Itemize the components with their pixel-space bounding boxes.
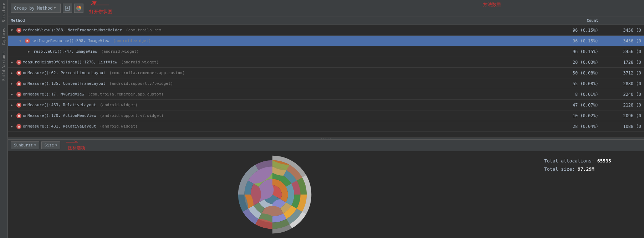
- expand-icon: ▼: [11, 28, 15, 32]
- left-tabs-panel: Structure Captures Build Variants: [0, 0, 8, 238]
- method-icon: m: [16, 28, 21, 33]
- table-area: Method Count ▼ m refreshView():288, Note…: [8, 16, 644, 138]
- cell-method: ▼ m refreshView():288, NoteFragment$Note…: [8, 28, 523, 33]
- method-icon: m: [16, 81, 21, 86]
- table-row[interactable]: ▶ m onMeasure():135, ContentFrameLayout …: [8, 78, 644, 89]
- expand-icon: ▶: [11, 103, 15, 107]
- cell-method: ▶ m onMeasure():62, PercentLinearLayout …: [8, 71, 523, 76]
- table-row[interactable]: ▼ m refreshView():288, NoteFragment$Note…: [8, 25, 644, 36]
- method-count-annotation: 方法数量: [483, 1, 501, 8]
- bottom-content: Total allocations: 65535 Total size: 97.…: [8, 151, 644, 238]
- cell-extra: 3456 (0: [601, 28, 644, 33]
- total-size-label: Total size:: [544, 166, 575, 172]
- table-row[interactable]: ▶ m onMeasure():170, ActionMenuView (and…: [8, 110, 644, 121]
- expand-icon: ▶: [28, 50, 32, 53]
- bottom-area: Sunburst ▼ Size ▼ 图标选项: [8, 140, 644, 238]
- cell-count: 96 (0.15%): [523, 28, 601, 33]
- stats-area: Total allocations: 65535 Total size: 97.…: [537, 151, 644, 238]
- cell-extra: 1088 (0: [601, 124, 644, 129]
- table-row[interactable]: ▶ m onMeasure():463, RelativeLayout (and…: [8, 100, 644, 110]
- main-content: Group by Method ▼: [8, 0, 644, 238]
- group-by-dropdown[interactable]: Group by Method ▼: [11, 4, 61, 13]
- cell-extra: 3456 (0: [601, 49, 644, 54]
- expand-icon: ▶: [11, 82, 15, 86]
- chevron-down-icon: ▼: [34, 144, 36, 147]
- cell-method: ▶ m onMeasure():170, ActionMenuView (and…: [8, 113, 523, 118]
- sunburst-chart: [215, 151, 329, 238]
- cell-count: 10 (0.02%): [523, 113, 601, 118]
- expand-icon: ▶: [11, 114, 15, 118]
- cell-count: 50 (0.08%): [523, 71, 601, 76]
- table-row[interactable]: ▶ m onMeasure():481, RelativeLayout (and…: [8, 121, 644, 132]
- split-container: Method Count ▼ m refreshView():288, Note…: [8, 16, 644, 238]
- cell-count: 8 (0.01%): [523, 92, 601, 97]
- bottom-toolbar: Sunburst ▼ Size ▼ 图标选项: [8, 140, 644, 151]
- cell-method: ▼ m setImageResource():398, ImageView (a…: [8, 38, 523, 43]
- total-allocations-line: Total allocations: 65535: [544, 158, 637, 164]
- cell-extra: 2096 (0: [601, 113, 644, 118]
- chevron-down-icon: ▼: [55, 144, 57, 147]
- sidebar-item-structure[interactable]: Structure: [1, 0, 7, 25]
- table-row[interactable]: ▼ m setImageResource():398, ImageView (a…: [8, 36, 644, 46]
- cell-count: 96 (0.15%): [523, 38, 601, 43]
- chart-annotation: 图标选项: [65, 140, 85, 151]
- cell-method: ▶ m onMeasure():463, RelativeLayout (and…: [8, 103, 523, 108]
- sidebar-item-captures[interactable]: Captures: [1, 25, 7, 48]
- table-row[interactable]: ▶ m onMeasure():62, PercentLinearLayout …: [8, 68, 644, 78]
- export-icon-button[interactable]: [63, 4, 72, 13]
- size-dropdown[interactable]: Size ▼: [41, 141, 60, 149]
- cell-extra: 2880 (0: [601, 81, 644, 86]
- total-allocations-value: 65535: [597, 158, 611, 164]
- cell-extra: 2240 (0: [601, 92, 644, 97]
- method-icon: m: [16, 103, 21, 108]
- table-body: ▼ m refreshView():288, NoteFragment$Note…: [8, 25, 644, 138]
- method-icon: m: [16, 71, 21, 76]
- cell-method: ▶ m onMeasure():481, RelativeLayout (and…: [8, 124, 523, 129]
- total-size-line: Total size: 97.29M: [544, 166, 637, 172]
- total-allocations-label: Total allocations:: [544, 158, 594, 164]
- total-size-value: 97.29M: [578, 166, 594, 172]
- chart-annotation-label: 图标选项: [68, 145, 85, 151]
- cell-count: 20 (0.03%): [523, 60, 601, 65]
- open-pie-label: 打开饼状图: [89, 9, 112, 15]
- cell-count: 96 (0.15%): [523, 49, 601, 54]
- table-row[interactable]: ▶ resolveUri():747, ImageView (android.w…: [8, 46, 644, 57]
- method-icon: m: [16, 60, 21, 65]
- chart-type-dropdown[interactable]: Sunburst ▼: [11, 141, 39, 149]
- table-row[interactable]: ▶ m measureHeightOfChildren():1276, List…: [8, 57, 644, 68]
- chevron-down-icon: ▼: [54, 6, 56, 10]
- cell-method: ▶ m onMeasure():135, ContentFrameLayout …: [8, 81, 523, 86]
- table-header: Method Count: [8, 16, 644, 25]
- expand-icon: ▶: [11, 92, 15, 96]
- toolbar: Group by Method ▼: [8, 0, 644, 16]
- cell-count: 47 (0.07%): [523, 103, 601, 108]
- cell-extra: 3712 (0: [601, 71, 644, 76]
- expand-icon: ▶: [11, 71, 15, 75]
- group-by-label: Group by Method: [14, 6, 52, 11]
- cell-extra: 3456 (0: [601, 38, 644, 43]
- method-icon: m: [25, 38, 30, 43]
- cell-method: ▶ m measureHeightOfChildren():1276, List…: [8, 60, 523, 65]
- col-method-header: Method: [8, 18, 523, 23]
- sidebar-item-build-variants[interactable]: Build Variants: [1, 48, 7, 83]
- method-icon: m: [16, 124, 21, 129]
- chart-type-label: Sunburst: [14, 143, 33, 148]
- open-pie-annotation: 打开饼状图: [89, 1, 112, 15]
- cell-method: ▶ resolveUri():747, ImageView (android.w…: [8, 49, 523, 54]
- expand-icon: ▶: [11, 124, 15, 128]
- col-count-header: Count: [523, 18, 601, 23]
- cell-method: ▶ m onMeasure():17, MyGridView (com.troi…: [8, 92, 523, 97]
- method-icon: m: [16, 92, 21, 97]
- expand-icon: ▼: [19, 39, 24, 43]
- method-icon: m: [16, 113, 21, 118]
- cell-extra: 1728 (0: [601, 60, 644, 65]
- cell-extra: 2128 (0: [601, 103, 644, 108]
- cell-count: 28 (0.04%): [523, 124, 601, 129]
- table-row[interactable]: ▶ m onMeasure():17, MyGridView (com.troi…: [8, 89, 644, 100]
- expand-icon: ▶: [11, 60, 15, 64]
- size-label: Size: [45, 143, 54, 148]
- chart-area: [8, 151, 537, 238]
- pie-chart-icon-button[interactable]: [74, 4, 83, 13]
- cell-count: 55 (0.08%): [523, 81, 601, 86]
